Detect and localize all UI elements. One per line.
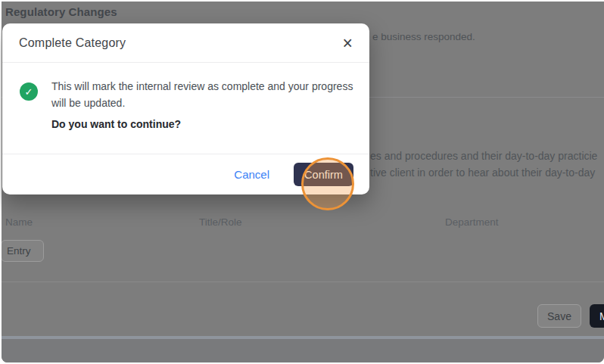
- cancel-button[interactable]: Cancel: [232, 165, 271, 184]
- section-description-line2: tive client in order to hear about their…: [370, 166, 595, 179]
- confirm-button[interactable]: Confirm: [294, 163, 353, 186]
- dialog-footer: Cancel Confirm: [2, 154, 369, 194]
- dialog-message-block: This will mark the internal review as co…: [51, 78, 356, 130]
- primary-action-button-partial[interactable]: M: [590, 304, 604, 328]
- dialog-question: Do you want to continue?: [51, 118, 356, 130]
- save-button[interactable]: Save: [537, 304, 581, 328]
- success-check-icon: ✓: [20, 82, 38, 101]
- page-bottom-band: [2, 339, 604, 362]
- complete-category-dialog: Complete Category × ✓ This will mark the…: [2, 23, 369, 194]
- close-icon[interactable]: ×: [338, 33, 357, 53]
- primary-action-button-label: M: [599, 310, 604, 322]
- page-intro-text: e business responded.: [372, 31, 475, 42]
- dialog-header: Complete Category ×: [2, 23, 369, 63]
- column-header-department: Department: [445, 216, 499, 228]
- page-title: Regulatory Changes: [5, 5, 117, 18]
- screen: Regulatory Changes e business responded.…: [0, 0, 604, 364]
- save-button-label: Save: [547, 310, 571, 322]
- dialog-body: ✓ This will mark the internal review as …: [2, 63, 369, 154]
- add-entry-button-label: Entry: [7, 245, 31, 257]
- dialog-title: Complete Category: [19, 36, 126, 50]
- add-entry-button[interactable]: Entry: [2, 240, 44, 262]
- footer-divider: [2, 282, 604, 282]
- column-header-title-role: Title/Role: [199, 216, 242, 228]
- section-description-line1: es and procedures and their day-to-day p…: [370, 150, 597, 162]
- column-header-name: Name: [5, 216, 33, 228]
- dialog-message: This will mark the internal review as co…: [51, 78, 356, 111]
